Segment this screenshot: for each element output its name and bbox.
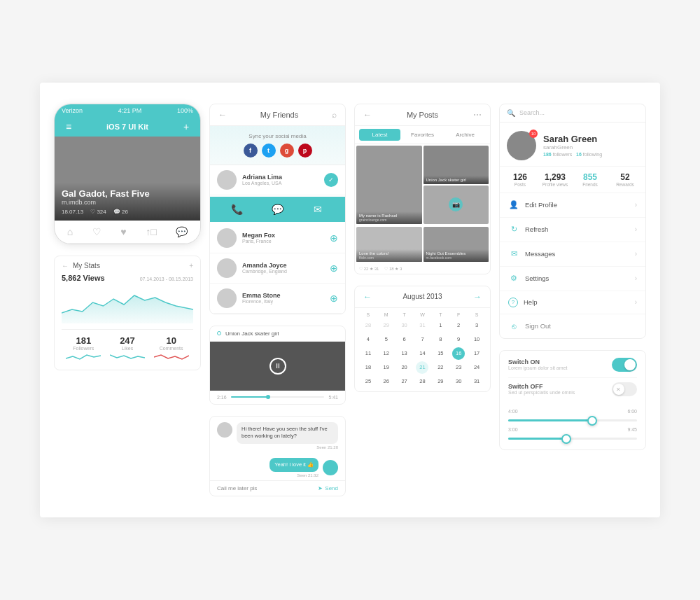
cal-day-8[interactable]: 8 [434, 333, 447, 346]
cal-day-20[interactable]: 20 [398, 361, 411, 374]
slider-1-min: 4:00 [508, 409, 518, 414]
like-icon[interactable]: ♥ [120, 226, 126, 237]
menu-settings[interactable]: ⚙ Settings › [500, 267, 645, 291]
profile-avatar-wrap: 10 [507, 131, 536, 160]
post-thumb-1[interactable]: Union Jack skater girl [424, 146, 489, 184]
menu-messages[interactable]: ✉ Messages › [500, 242, 645, 267]
friends-search-icon[interactable]: ⌕ [332, 110, 337, 120]
progress-bar[interactable] [231, 396, 325, 398]
cal-next[interactable]: → [473, 292, 482, 302]
chat-input[interactable]: Call me later pls [217, 485, 314, 491]
cal-day-14[interactable]: 14 [416, 347, 428, 360]
menu-label-help: Help [524, 298, 635, 306]
cal-prev[interactable]: ← [363, 292, 372, 302]
cal-day-30[interactable]: 30 [452, 375, 465, 388]
cal-day-7[interactable]: 7 [416, 333, 428, 346]
slider-2-thumb[interactable] [561, 434, 571, 444]
friend-add-1[interactable]: ⊕ [330, 232, 338, 244]
post-thumb-3[interactable]: Night Out Ensembles m.facebook.com [424, 227, 489, 262]
slider-2-track[interactable] [508, 438, 637, 440]
cal-day-9[interactable]: 9 [452, 333, 465, 346]
cal-day-1[interactable]: 1 [434, 319, 447, 332]
cal-day-2[interactable]: 2 [452, 319, 465, 332]
slider-1-track[interactable] [508, 419, 637, 421]
facebook-icon[interactable]: f [244, 144, 258, 158]
post-thumb-camera[interactable]: 📷 [424, 186, 489, 224]
cal-day-24[interactable]: 24 [470, 361, 483, 374]
tab-archive[interactable]: Archive [444, 129, 486, 141]
cal-day-29[interactable]: 29 [434, 375, 447, 388]
heart-icon[interactable]: ♡ [92, 226, 102, 237]
cal-day-21-highlighted[interactable]: 21 [416, 361, 428, 374]
tab-favorites[interactable]: Favorites [402, 129, 443, 141]
cal-day-17[interactable]: 17 [470, 347, 483, 360]
pinterest-icon[interactable]: p [298, 144, 312, 158]
menu-arrow-messages: › [635, 250, 637, 258]
cal-day-28prev[interactable]: 28 [362, 319, 374, 332]
cal-day-31[interactable]: 31 [470, 375, 483, 388]
mini-chart-followers [66, 353, 101, 361]
email-button[interactable]: ✉ [298, 201, 338, 218]
posts-options-icon[interactable]: ⋯ [473, 110, 482, 120]
cal-day-19[interactable]: 19 [380, 361, 393, 374]
cal-day-25[interactable]: 25 [362, 375, 374, 388]
search-input[interactable]: Search... [519, 109, 638, 116]
cal-day-29prev[interactable]: 29 [380, 319, 393, 332]
cal-day-22[interactable]: 22 [434, 361, 447, 374]
menu-icon[interactable]: ≡ [63, 121, 74, 132]
cal-day-5[interactable]: 5 [380, 333, 393, 346]
stats-add-icon[interactable]: + [189, 262, 193, 270]
tab-latest[interactable]: Latest [359, 129, 400, 141]
cal-day-10[interactable]: 10 [470, 333, 483, 346]
cal-day-30prev[interactable]: 30 [398, 319, 411, 332]
add-icon[interactable]: + [181, 121, 192, 132]
menu-help[interactable]: ? Help › [500, 291, 645, 314]
cal-day-4[interactable]: 4 [362, 333, 374, 346]
share-icon[interactable]: ↑□ [146, 226, 156, 237]
posts-back-icon[interactable]: ← [363, 110, 372, 120]
cal-day-23[interactable]: 23 [452, 361, 465, 374]
cal-day-11[interactable]: 11 [362, 347, 374, 360]
slider-2-row: 3:00 9:45 [508, 427, 637, 440]
play-button[interactable]: ⏸ [270, 358, 286, 375]
switch-on-toggle[interactable]: ✓ [612, 358, 637, 372]
cal-day-31prev[interactable]: 31 [416, 319, 428, 332]
menu-edit-profile[interactable]: 👤 Edit Profile › [500, 193, 645, 218]
stats-back-icon[interactable]: ← [62, 262, 69, 270]
home-icon[interactable]: ⌂ [67, 226, 73, 237]
menu-arrow-help: › [635, 298, 637, 306]
cal-day-26[interactable]: 26 [380, 375, 393, 388]
cal-day-12[interactable]: 12 [380, 347, 393, 360]
slider-1-thumb[interactable] [587, 416, 597, 426]
google-plus-icon[interactable]: g [280, 144, 294, 158]
friend-check-0[interactable]: ✓ [324, 173, 338, 187]
post-thumb-2[interactable]: Love the colors! flickr.com [356, 227, 422, 262]
cal-day-13[interactable]: 13 [398, 347, 411, 360]
hero-date: 18.07.13 [62, 209, 83, 215]
video-area[interactable]: ⏸ [210, 342, 345, 391]
cal-day-6[interactable]: 6 [398, 333, 411, 346]
cal-day-15[interactable]: 15 [434, 347, 447, 360]
twitter-icon[interactable]: t [262, 144, 276, 158]
menu-signout[interactable]: ⎋ Sign Out [500, 314, 645, 338]
menu-refresh[interactable]: ↻ Refresh › [500, 218, 645, 242]
friend-name-1: Megan Fox [242, 232, 330, 239]
switch-off-toggle[interactable]: ✕ [612, 382, 637, 396]
cal-day-28[interactable]: 28 [416, 375, 428, 388]
call-button[interactable]: 📞 [217, 201, 258, 218]
chat-icon[interactable]: 💬 [176, 226, 188, 237]
hero-image: Gal Gadot, Fast Five m.imdb.com 18.07.13… [55, 137, 200, 221]
message-button[interactable]: 💬 [258, 201, 298, 218]
post-thumb-0[interactable]: My name is Rachael grainclounge.com [356, 146, 422, 224]
cal-day-27[interactable]: 27 [398, 375, 411, 388]
cal-day-18[interactable]: 18 [362, 361, 374, 374]
friend-item-3: Emma Stone Florence, Italy ⊕ [210, 284, 345, 314]
cal-day-3[interactable]: 3 [470, 319, 483, 332]
stat-followers: 181 Followers [66, 335, 101, 364]
friends-back-icon[interactable]: ← [218, 110, 227, 120]
cal-day-16-today[interactable]: 16 [452, 347, 465, 360]
friend-add-2[interactable]: ⊕ [330, 263, 338, 274]
friend-add-3[interactable]: ⊕ [330, 293, 338, 304]
phone-panel: Verizon 4:21 PM 100% ≡ iOS 7 UI Kit + Ga… [54, 104, 201, 244]
send-button[interactable]: ➤ Send [318, 485, 338, 491]
